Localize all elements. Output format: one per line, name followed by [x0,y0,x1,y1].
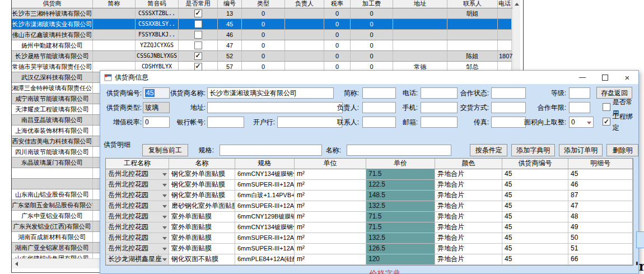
supplier-column-header[interactable]: 税率 [324,0,351,8]
detail-supplier-id-cell[interactable]: 45 [502,222,568,233]
supplier-contact-cell[interactable] [447,40,498,50]
common-checkbox[interactable] [194,52,202,60]
supplier-fee-cell[interactable]: 0 [351,8,393,18]
supplier-name-cell[interactable]: 西安佳吉美电力科技有限公司 [12,136,93,146]
detail-row[interactable]: 岳州北控花园 钢化室外单面贴膜 6mm白玻+1.14PVB+6mm... m² … [106,191,633,201]
supplier-name-cell[interactable]: 上海优泰装饰材料有限公司 [12,126,93,136]
project-combo-cell[interactable]: 岳州北控花园 [106,201,169,212]
common-checkbox[interactable] [194,63,202,71]
supplier-common-cell[interactable] [179,40,218,50]
supplier-column-header[interactable]: 电话 [498,0,512,8]
detail-name-cell[interactable]: 室外单面贴膜 [169,222,235,233]
project-combo-cell[interactable]: 岳州北控花园 [106,212,169,222]
detail-id-cell[interactable]: 48 [568,212,633,222]
supplier-common-cell[interactable] [179,51,218,61]
scroll-up-button[interactable] [513,0,520,8]
supplier-fee-cell[interactable]: 0 [351,30,393,40]
supplier-name-cell[interactable]: 四川南玻节能玻璃有限公司 [12,147,93,157]
supplier-name-cell[interactable]: 咸宁南玻节能玻璃有限公司 [12,94,93,104]
detail-price-cell[interactable]: 71.5 [366,212,435,222]
detail-color-cell[interactable]: 异地合片 [435,201,502,212]
supplier-address-cell[interactable] [393,40,447,50]
supplier-address-cell[interactable] [393,19,447,29]
supplier-column-header[interactable]: 负责人 [285,0,324,8]
supplier-short-cell[interactable] [93,51,136,61]
supplier-name-cell[interactable]: 佛山市亿鑫玻璃科技有限公司 [12,30,93,40]
supplier-tax-cell[interactable]: 0 [324,51,351,61]
project-combo-cell[interactable]: 岳州北控花园 [106,191,169,201]
supplier-row[interactable]: 长沙市三湘特种玻璃有限公司 CSSSXTZBL.. 13 0 0 0 胡姐 [12,8,512,19]
supplier-short-cell[interactable] [93,8,136,18]
detail-unit-cell[interactable]: m² [295,180,366,191]
supplier-name-cell[interactable]: 南昌亚晶玻璃有限公司 [12,115,93,125]
supplier-manager-cell[interactable] [285,40,324,50]
coop-years-field[interactable] [569,102,590,113]
detail-supplier-id-cell[interactable]: 45 [502,201,568,212]
supplier-name-cell[interactable]: 山东南山铝业股份有限公司 [12,189,93,199]
common-checkbox[interactable] [194,10,202,17]
detail-supplier-id-cell[interactable]: 45 [502,212,568,222]
supplier-id-cell[interactable]: 52 [218,51,242,61]
detail-id-cell[interactable]: 45 [568,169,633,180]
detail-spec-cell[interactable]: 6mmSUPER-III+12A(硅... [235,233,295,244]
detail-price-cell[interactable]: 71.5 [366,169,435,180]
supplier-name-cell[interactable]: 东晶玻璃厦门有限公司 [12,157,93,168]
detail-price-cell[interactable]: 132.5 [366,233,435,244]
detail-column-header[interactable]: 供货商编号 [502,159,568,169]
detail-name-cell[interactable]: 钢化室外单面贴膜 [169,191,235,201]
supplier-column-header[interactable]: 加工费 [351,0,393,8]
detail-column-header[interactable]: 工程名称 [106,159,169,169]
supplier-address-cell[interactable] [393,8,447,18]
detail-row[interactable]: 岳州北控花园 室外单面贴膜 6mmSUPER-III+12A(硅... m² 1… [106,244,633,254]
detail-spec-cell[interactable]: 6mmCNY129B镀膜钢化 [235,212,295,222]
detail-spec-cell[interactable]: 6mmCNY134镀膜钢化 [235,222,295,233]
supplier-contact-cell[interactable] [447,30,498,40]
delivery-field[interactable] [491,102,526,113]
supplier-manager-cell[interactable] [285,8,324,18]
area-round-up-combo[interactable]: 0 [569,117,594,128]
supplier-column-header[interactable]: 类型 [242,0,285,8]
supplier-name-cell[interactable] [12,168,93,178]
detail-row[interactable]: 长沙龙湖祺鑫星座 钢化双面不贴膜 6mmPLE84+12A(硅酮胶... m² … [106,254,633,265]
supplier-row[interactable]: 长沙晟格节能玻璃有限公司 CSSGJNBLYXGS 52 0 0 0 陈姐 18… [12,51,512,62]
detail-row[interactable]: 岳州北控花园 磨砂钢化室外单面贴膜 6mmSUPER-III+12A(硅... … [106,201,633,212]
supplier-common-cell[interactable] [179,19,218,29]
project-bind-checkbox[interactable] [603,118,610,126]
detail-name-cell[interactable]: 室外单面贴膜 [169,244,235,254]
is-common-checkbox[interactable] [603,103,610,111]
scroll-left-button[interactable] [12,259,21,268]
detail-row[interactable]: 岳州北控花园 室外单面贴膜 6mmSUPER-III+12A(硅... m² 1… [106,233,633,244]
horizontal-scrollbar[interactable] [12,258,100,268]
locate-by-condition-button[interactable]: 按条件定位 [470,144,507,156]
supplier-type-cell[interactable]: 0 [242,51,285,61]
copy-current-project-button[interactable]: 复制当前工程 [142,144,188,156]
supplier-type-cell[interactable]: 0 [242,40,285,50]
supplier-phone-cell[interactable]: 180751 [498,51,512,61]
supplier-name-cell[interactable]: 湖南百成新材料有限公司 [12,232,93,242]
detail-supplier-id-cell[interactable]: 45 [502,233,568,244]
minimize-button[interactable]: — [571,71,594,84]
supplier-column-header[interactable]: 是否常用 [179,0,218,8]
detail-column-header[interactable]: 名称 [169,159,235,169]
detail-supplier-id-cell[interactable]: 45 [502,191,568,201]
spec-filter-input[interactable] [220,145,322,156]
supplier-tax-cell[interactable]: 0 [324,8,351,18]
supplier-contact-cell[interactable]: 陈姐 [447,51,498,61]
supplier-row[interactable]: 长沙市潇湘玻璃实业有限公司 CSSXXBLSY.. 45 0 0 0 [12,19,512,30]
detail-color-cell[interactable]: 异地合片 [435,180,502,191]
detail-column-header[interactable]: 颜色 [435,159,502,169]
close-button[interactable]: × [616,71,638,84]
supplier-tax-cell[interactable]: 0 [324,40,351,50]
common-checkbox[interactable] [194,20,202,28]
detail-color-cell[interactable]: 异地合片 [435,169,502,180]
maximize-button[interactable] [594,71,616,84]
detail-id-cell[interactable]: 87 [568,191,633,201]
detail-spec-cell[interactable]: 6mmSUPER-III+12A(硅... [235,244,295,254]
detail-supplier-id-cell[interactable]: 45 [502,180,568,191]
bank-account-field[interactable] [207,117,244,128]
supplier-code-cell[interactable]: CSSGJNBLYXGS [136,51,179,61]
project-bind-checkbox-row[interactable]: 工程绑定 [603,117,638,128]
supplier-code-cell[interactable]: CSSXXBLSY.. [136,19,179,29]
supplier-common-cell[interactable] [179,8,218,18]
supplier-phone-cell[interactable] [498,8,512,18]
